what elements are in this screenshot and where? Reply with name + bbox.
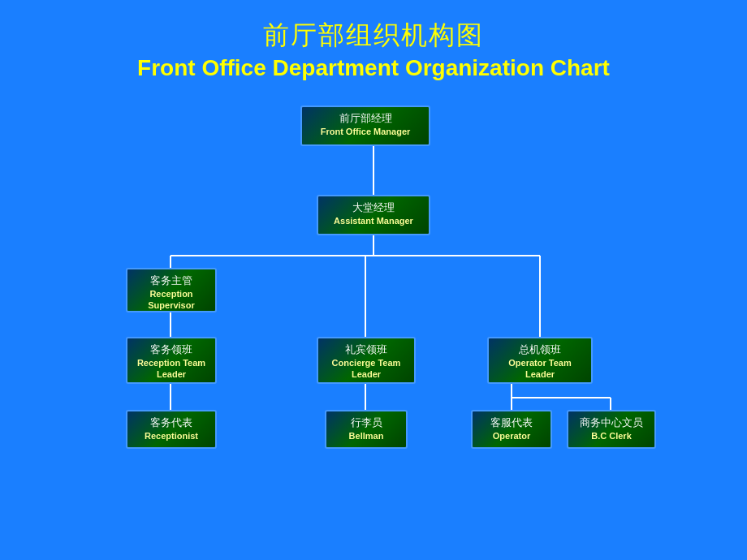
otl-chinese: 总机领班 [495,342,585,357]
title-english: Front Office Department Organization Cha… [0,55,747,81]
otl-english: Operator Team Leader [495,357,585,381]
bc-english: B.C Clerk [575,430,648,442]
node-receptionist: 客务代表 Receptionist [126,410,217,449]
node-reception-team-leader: 客务领班 Reception Team Leader [126,337,217,384]
node-assistant-manager: 大堂经理 Assistant Manager [317,195,430,235]
bc-chinese: 商务中心文员 [575,416,648,430]
bell-english: Bellman [333,430,399,442]
fom-chinese: 前厅部经理 [309,111,422,126]
node-operator-team-leader: 总机领班 Operator Team Leader [487,337,593,384]
op-english: Operator [479,430,544,442]
ctl-english: Concierge Team Leader [325,357,408,381]
fom-english: Front Office Manager [309,126,422,137]
node-operator: 客服代表 Operator [471,410,552,449]
node-bc-clerk: 商务中心文员 B.C Clerk [567,410,656,449]
bell-chinese: 行李员 [333,416,399,430]
am-chinese: 大堂经理 [325,200,422,215]
node-concierge-team-leader: 礼宾领班 Concierge Team Leader [317,337,416,384]
org-chart: 前厅部经理 Front Office Manager 大堂经理 Assistan… [0,97,747,560]
node-bellman: 行李员 Bellman [325,410,408,449]
node-front-office-manager: 前厅部经理 Front Office Manager [300,106,430,146]
am-english: Assistant Manager [325,215,422,226]
rtl-chinese: 客务领班 [134,342,209,357]
title-chinese: 前厅部组织机构图 [0,18,747,54]
rs-english: Reception Supervisor [134,288,209,312]
rec-english: Receptionist [134,430,209,442]
op-chinese: 客服代表 [479,416,544,430]
rs-chinese: 客务主管 [134,274,209,288]
rtl-english: Reception Team Leader [134,357,209,381]
rec-chinese: 客务代表 [134,416,209,430]
connector-lines [0,97,747,560]
ctl-chinese: 礼宾领班 [325,342,408,357]
page-header: 前厅部组织机构图 Front Office Department Organiz… [0,0,747,81]
node-reception-supervisor: 客务主管 Reception Supervisor [126,268,217,312]
